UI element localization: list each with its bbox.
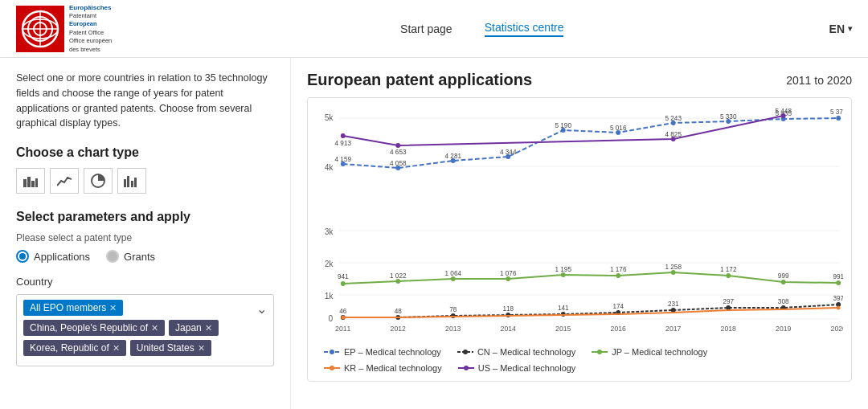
svg-text:1 176: 1 176 (610, 265, 627, 273)
svg-text:2018: 2018 (721, 325, 736, 333)
patent-type-radio-group: Applications Grants (16, 250, 274, 263)
svg-point-95 (341, 316, 345, 320)
svg-text:1 076: 1 076 (500, 269, 517, 277)
country-dropdown-chevron[interactable]: ⌄ (256, 301, 267, 317)
legend-cn-label: CN – Medical technology (477, 347, 575, 357)
legend-jp: JP – Medical technology (592, 347, 707, 357)
svg-text:4 825: 4 825 (665, 130, 682, 138)
svg-text:2011: 2011 (335, 325, 350, 333)
chart-container: 5k 4k 3k 2k 1k 0 (307, 97, 852, 382)
svg-text:46: 46 (339, 307, 346, 315)
bar-chart-button[interactable] (16, 168, 45, 194)
svg-text:2016: 2016 (611, 325, 626, 333)
nav-statistics-centre[interactable]: Statistics centre (485, 21, 564, 37)
remove-korea-icon[interactable]: ✕ (113, 343, 120, 354)
svg-text:1 172: 1 172 (720, 265, 737, 273)
language-label: EN (829, 22, 845, 35)
svg-text:5 330: 5 330 (720, 112, 737, 121)
svg-text:2019: 2019 (776, 325, 791, 333)
svg-rect-7 (27, 177, 31, 187)
svg-text:2015: 2015 (555, 325, 571, 333)
svg-text:0: 0 (329, 314, 334, 323)
svg-text:4 653: 4 653 (390, 148, 407, 156)
svg-text:5k: 5k (325, 113, 333, 122)
tag-united-states[interactable]: United States ✕ (130, 340, 211, 356)
country-tags-container[interactable]: All EPO members ✕ China, People's Republ… (16, 294, 274, 366)
legend-jp-label: JP – Medical technology (612, 347, 707, 357)
svg-text:5 016: 5 016 (610, 124, 627, 132)
svg-point-62 (726, 273, 731, 278)
header: Europäisches Patentamt European Patent O… (0, 0, 868, 58)
svg-text:78: 78 (449, 305, 457, 313)
legend-us: US – Medical technology (458, 363, 576, 373)
chart-type-title: Choose a chart type (16, 145, 274, 160)
svg-text:1 195: 1 195 (555, 265, 571, 273)
svg-text:397: 397 (833, 294, 843, 302)
tag-korea[interactable]: Korea, Republic of ✕ (23, 340, 126, 356)
main-layout: Select one or more countries in relation… (0, 58, 868, 409)
language-selector[interactable]: EN ▾ (829, 22, 852, 35)
legend-us-label: US – Medical technology (478, 363, 576, 373)
svg-text:2017: 2017 (665, 325, 681, 333)
tag-china[interactable]: China, People's Republic of ✕ (23, 320, 165, 336)
svg-rect-9 (35, 178, 38, 187)
chart-legend: EP – Medical technology CN – Medical tec… (316, 344, 843, 376)
svg-point-63 (781, 280, 786, 284)
svg-point-60 (616, 273, 620, 278)
svg-text:2013: 2013 (445, 325, 461, 333)
svg-text:4 913: 4 913 (335, 139, 352, 147)
grouped-bar-button[interactable] (117, 168, 146, 194)
chevron-down-icon: ▾ (848, 24, 852, 33)
legend-cn: CN – Medical technology (457, 347, 575, 357)
svg-point-114 (330, 366, 334, 370)
remove-japan-icon[interactable]: ✕ (205, 323, 212, 333)
svg-text:4 058: 4 058 (390, 159, 407, 167)
svg-text:5 448: 5 448 (775, 107, 792, 115)
nav-start-page[interactable]: Start page (400, 22, 452, 35)
tag-japan[interactable]: Japan ✕ (169, 320, 219, 336)
svg-text:48: 48 (395, 307, 402, 315)
svg-text:231: 231 (668, 300, 679, 308)
svg-text:4 281: 4 281 (444, 152, 461, 160)
right-panel: European patent applications 2011 to 202… (291, 58, 868, 409)
country-tags: All EPO members ✕ China, People's Republ… (23, 300, 267, 356)
svg-rect-11 (124, 179, 126, 187)
svg-text:1k: 1k (325, 292, 333, 301)
remove-all-epo-icon[interactable]: ✕ (109, 303, 117, 313)
patent-type-label: Please select a patent type (16, 232, 274, 243)
legend-ep: EP – Medical technology (324, 347, 441, 357)
applications-radio[interactable]: Applications (16, 250, 90, 263)
svg-text:297: 297 (723, 297, 734, 305)
pie-chart-button[interactable] (84, 168, 113, 194)
svg-text:2k: 2k (325, 260, 333, 268)
logo-area: Europäisches Patentamt European Patent O… (16, 3, 135, 55)
svg-rect-12 (127, 176, 129, 187)
svg-point-64 (836, 280, 841, 285)
svg-point-55 (341, 281, 346, 286)
svg-text:5 243: 5 243 (665, 114, 682, 122)
logo-text: Europäisches Patentamt European Patent O… (69, 3, 112, 55)
svg-point-110 (463, 350, 468, 354)
svg-text:2020: 2020 (831, 325, 843, 333)
chart-period: 2011 to 2020 (786, 74, 852, 87)
line-chart-button[interactable] (50, 168, 79, 194)
svg-text:4 159: 4 159 (335, 155, 352, 163)
legend-ep-label: EP – Medical technology (344, 347, 441, 357)
description-text: Select one or more countries in relation… (16, 71, 274, 131)
chart-type-buttons (16, 168, 274, 194)
tag-all-epo[interactable]: All EPO members ✕ (23, 300, 123, 316)
svg-text:1 258: 1 258 (665, 263, 682, 271)
chart-svg: 5k 4k 3k 2k 1k 0 (316, 106, 843, 339)
svg-text:2014: 2014 (501, 325, 516, 333)
remove-china-icon[interactable]: ✕ (151, 323, 158, 333)
remove-us-icon[interactable]: ✕ (198, 343, 205, 354)
logo-icon (16, 6, 64, 52)
svg-point-36 (836, 116, 841, 121)
svg-text:2012: 2012 (391, 325, 406, 333)
svg-text:999: 999 (778, 272, 789, 280)
svg-rect-14 (134, 178, 137, 187)
grants-radio[interactable]: Grants (106, 250, 155, 263)
legend-kr-label: KR – Medical technology (344, 363, 442, 373)
svg-text:941: 941 (338, 272, 349, 280)
country-label: Country (16, 276, 274, 288)
